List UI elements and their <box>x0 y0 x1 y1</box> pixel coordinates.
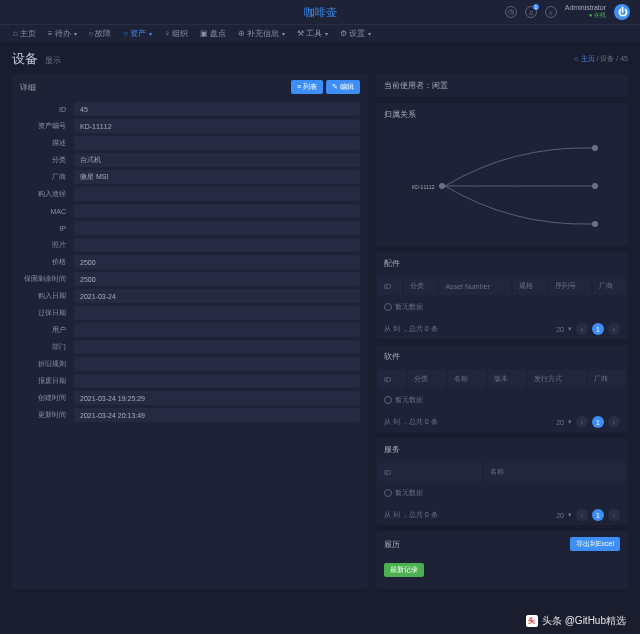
detail-form: ID45资产编号KD-11112描述分类台式机厂商微星 MSI购入途径MACIP… <box>12 100 368 433</box>
theme-icon[interactable]: ☼ <box>545 6 557 18</box>
detail-panel: 详细 ≡ 列表 ✎ 编辑 ID45资产编号KD-11112描述分类台式机厂商微星… <box>12 74 368 589</box>
field-ID: ID45 <box>20 102 360 116</box>
topbar-right: ◷ ♫1 ☼ Administrator ● 在线 ⏻ <box>505 4 630 20</box>
topbar: 咖啡壶 ◷ ♫1 ☼ Administrator ● 在线 ⏻ <box>0 0 640 24</box>
software-table: ID分类名称版本发行方式厂商 暂无数据 <box>376 368 628 412</box>
page: 设备 显示 ⌂ 主页 / 设备 / 45 详细 ≡ 列表 ✎ 编辑 ID45资产… <box>0 42 640 597</box>
breadcrumb: ⌂ 主页 / 设备 / 45 <box>574 54 628 64</box>
field-过保日期: 过保日期 <box>20 306 360 320</box>
page-1[interactable]: 1 <box>592 509 604 521</box>
empty-state: 暂无数据 <box>384 395 620 405</box>
user-name: Administrator <box>565 4 606 11</box>
menu-主页[interactable]: ⌂主页 <box>8 26 41 41</box>
svg-point-0 <box>439 183 445 189</box>
field-厂商: 厂商微星 MSI <box>20 170 360 184</box>
field-报废日期: 报废日期 <box>20 374 360 388</box>
parts-panel: 配件ID分类Asset Number规格序列号厂商 暂无数据从 到 ，总共 0 … <box>376 252 628 339</box>
menu-设置[interactable]: ⚙设置▾ <box>335 26 376 41</box>
software-pager: 从 到 ，总共 0 条20▾‹1› <box>376 412 628 432</box>
menu-工具[interactable]: ⚒工具▾ <box>292 26 333 41</box>
software-panel: 软件ID分类名称版本发行方式厂商 暂无数据从 到 ，总共 0 条20▾‹1› <box>376 345 628 432</box>
field-折旧规则: 折旧规则 <box>20 357 360 371</box>
prev-page[interactable]: ‹ <box>576 323 588 335</box>
graph-root-label: KD-11112 <box>412 184 435 190</box>
user-status: ● 在线 <box>589 11 606 20</box>
edit-button[interactable]: ✎ 编辑 <box>326 80 360 94</box>
export-button[interactable]: 导出到Excel <box>570 537 620 551</box>
field-购入日期: 购入日期2021-03-24 <box>20 289 360 303</box>
field-创建时间: 创建时间2021-03-24 19:25:29 <box>20 391 360 405</box>
page-1[interactable]: 1 <box>592 323 604 335</box>
latest-record-button[interactable]: 最新记录 <box>384 563 424 577</box>
page-1[interactable]: 1 <box>592 416 604 428</box>
history-panel: 履历 导出到Excel 最新记录 <box>376 531 628 589</box>
field-分类: 分类台式机 <box>20 153 360 167</box>
empty-state: 暂无数据 <box>384 488 620 498</box>
relation-graph: KD-11112 <box>376 126 628 246</box>
crumb-home[interactable]: ⌂ 主页 <box>574 55 594 62</box>
prev-page[interactable]: ‹ <box>576 416 588 428</box>
field-资产编号: 资产编号KD-11112 <box>20 119 360 133</box>
parts-table: ID分类Asset Number规格序列号厂商 暂无数据 <box>376 275 628 319</box>
crumb-mid[interactable]: 设备 <box>600 55 614 62</box>
crumb-current: 45 <box>620 55 628 62</box>
attribution: 头 头条 @GitHub精选 <box>526 614 626 628</box>
clock-icon[interactable]: ◷ <box>505 6 517 18</box>
field-保固剩余时间: 保固剩余时间2500 <box>20 272 360 286</box>
field-价格: 价格2500 <box>20 255 360 269</box>
menu-资产[interactable]: ○资产▾ <box>118 26 157 41</box>
menu-待办[interactable]: ≡待办▾ <box>43 26 82 41</box>
prev-page[interactable]: ‹ <box>576 509 588 521</box>
menubar: ⌂主页≡待办▾○故障○资产▾♀组织▣盘点⊕补充信息▾⚒工具▾⚙设置▾ <box>0 24 640 42</box>
field-更新时间: 更新时间2021-03-24 20:13:49 <box>20 408 360 422</box>
toutiao-logo-icon: 头 <box>526 615 538 627</box>
service-pager: 从 到 ，总共 0 条20▾‹1› <box>376 505 628 525</box>
page-title: 设备 显示 <box>12 50 61 68</box>
relation-panel: 归属关系 KD-11112 <box>376 103 628 246</box>
menu-组织[interactable]: ♀组织 <box>159 26 193 41</box>
field-IP: IP <box>20 221 360 235</box>
menu-补充信息[interactable]: ⊕补充信息▾ <box>233 26 290 41</box>
next-page[interactable]: › <box>608 323 620 335</box>
menu-故障[interactable]: ○故障 <box>84 26 117 41</box>
bell-icon[interactable]: ♫1 <box>525 6 537 18</box>
empty-state: 暂无数据 <box>384 302 620 312</box>
field-MAC: MAC <box>20 204 360 218</box>
svg-point-3 <box>592 221 598 227</box>
current-user-panel: 当前使用者：闲置 <box>376 74 628 97</box>
field-部门: 部门 <box>20 340 360 354</box>
page-header: 设备 显示 ⌂ 主页 / 设备 / 45 <box>12 50 628 68</box>
next-page[interactable]: › <box>608 416 620 428</box>
power-button[interactable]: ⏻ <box>614 4 630 20</box>
right-column: 当前使用者：闲置 归属关系 KD-11112 <box>376 74 628 589</box>
detail-header: 详细 ≡ 列表 ✎ 编辑 <box>12 74 368 100</box>
next-page[interactable]: › <box>608 509 620 521</box>
svg-point-2 <box>592 183 598 189</box>
list-button[interactable]: ≡ 列表 <box>291 80 323 94</box>
service-panel: 服务ID名称 暂无数据从 到 ，总共 0 条20▾‹1› <box>376 438 628 525</box>
columns: 详细 ≡ 列表 ✎ 编辑 ID45资产编号KD-11112描述分类台式机厂商微星… <box>12 74 628 589</box>
user-info[interactable]: Administrator ● 在线 <box>565 4 606 20</box>
field-购入途径: 购入途径 <box>20 187 360 201</box>
field-用户: 用户 <box>20 323 360 337</box>
service-table: ID名称 暂无数据 <box>376 461 628 505</box>
field-描述: 描述 <box>20 136 360 150</box>
svg-point-1 <box>592 145 598 151</box>
field-照片: 照片 <box>20 238 360 252</box>
brand: 咖啡壶 <box>304 5 337 20</box>
menu-盘点[interactable]: ▣盘点 <box>195 26 231 41</box>
parts-pager: 从 到 ，总共 0 条20▾‹1› <box>376 319 628 339</box>
